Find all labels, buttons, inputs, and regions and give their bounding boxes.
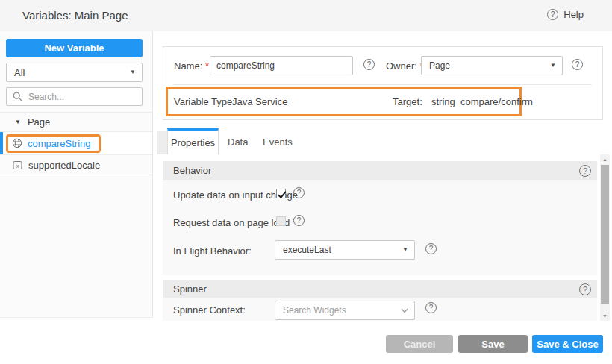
spinner-context-placeholder: Search Widgets [283,305,346,316]
behavior-section-body: Update data on input change ? Request da… [163,180,597,275]
behavior-help-icon[interactable]: ? [579,165,591,177]
spinner-section: Spinner ? Spinner Context: Search Widget… [163,280,597,321]
behavior-section: Behavior ? Update data on input change ?… [163,161,597,275]
filter-select[interactable]: All ▼ [6,63,143,82]
name-label: Name: * [174,60,209,72]
spinner-context-combobox[interactable]: Search Widgets [275,301,415,320]
owner-select[interactable]: Page ▼ [421,56,563,75]
help-link[interactable]: ? Help [547,9,584,20]
tree-item-supportedlocale[interactable]: x supportedLocale [0,155,152,175]
spinner-context-label: Spinner Context: [173,304,246,316]
tab-data[interactable]: Data [228,136,248,148]
target-label: Target: [393,96,422,107]
filter-select-value: All [14,67,25,78]
search-box[interactable] [6,87,143,106]
variable-type-label: Variable Type: [174,96,235,107]
scroll-up-icon[interactable]: ▲ [600,157,610,162]
tab-properties[interactable]: Properties [167,128,219,154]
save-button[interactable]: Save [458,335,528,353]
spinner-section-body: Spinner Context: Search Widgets ? [163,298,597,321]
target-value: string_compare/confirm [431,96,533,107]
variable-detail-card: Name: * ? Owner: * Page ▼ ? Variable Typ… [163,46,603,120]
selected-indicator [0,132,3,154]
scroll-down-icon[interactable]: ▼ [600,313,610,318]
chevron-down-icon: ▼ [402,247,408,253]
help-label: Help [563,9,584,20]
spinner-section-title: Spinner [173,283,207,295]
spinner-help-icon[interactable]: ? [579,283,591,295]
behavior-section-title: Behavior [173,165,211,176]
variable-type-value: Java Service [232,96,287,107]
vertical-scrollbar[interactable]: ▲ ▼ [600,154,610,321]
tree-item-label: supportedLocale [28,160,100,171]
in-flight-behavior-select[interactable]: executeLast ▼ [275,240,415,260]
tree-expand-icon: ▼ [15,119,21,125]
in-flight-behavior-value: executeLast [283,245,331,255]
in-flight-behavior-label: In Flight Behavior: [173,245,252,257]
chevron-down-icon [401,308,408,313]
behavior-section-header: Behavior ? [163,161,597,180]
search-input[interactable] [27,91,136,103]
request-data-checkbox[interactable] [276,216,286,226]
new-variable-button[interactable]: New Variable [6,39,143,57]
chevron-down-icon: ▼ [550,63,556,69]
spinner-section-header: Spinner ? [163,280,597,298]
name-help-icon[interactable]: ? [363,59,375,70]
annotation-highlight-box: Variable Type: Java Service Target: stri… [166,87,522,116]
spinner-context-help-icon[interactable]: ? [425,302,437,313]
variable-icon: x [13,160,22,170]
owner-select-value: Page [429,60,450,71]
tab-events[interactable]: Events [263,136,293,148]
update-data-checkbox[interactable] [276,189,286,198]
annotation-highlight-box: compareString [6,134,101,153]
page-title: Variables: Main Page [22,9,128,22]
search-icon [13,92,22,101]
svg-text:x: x [16,162,19,169]
tab-bar-edge [157,131,167,154]
owner-help-icon[interactable]: ? [572,59,583,70]
scrollbar-thumb[interactable] [601,165,609,304]
tree-node-page-label: Page [28,116,50,128]
tree-item-comparestring[interactable]: compareString [0,132,152,155]
request-data-label: Request data on page load [173,217,290,228]
dialog-header: Variables: Main Page ? Help [0,0,612,31]
service-icon [12,138,22,148]
update-data-help-icon[interactable]: ? [293,187,305,198]
name-input[interactable] [210,56,353,75]
variables-dialog: Variables: Main Page ? Help New Variable… [0,0,612,364]
owner-label: Owner: * [386,60,424,72]
in-flight-behavior-help-icon[interactable]: ? [425,243,437,254]
save-close-button[interactable]: Save & Close [532,335,603,353]
tree-node-page[interactable]: ▼ Page [0,112,152,132]
cancel-button[interactable]: Cancel [386,335,453,353]
variables-tree: ▼ Page compareString [0,112,152,175]
form-divider [174,84,592,85]
tree-item-label: compareString [28,138,91,149]
chevron-down-icon: ▼ [130,69,136,75]
help-icon: ? [547,9,558,20]
variables-sidebar: New Variable All ▼ ▼ Page [0,31,153,318]
required-marker: * [205,60,209,72]
request-data-help-icon[interactable]: ? [293,215,305,226]
